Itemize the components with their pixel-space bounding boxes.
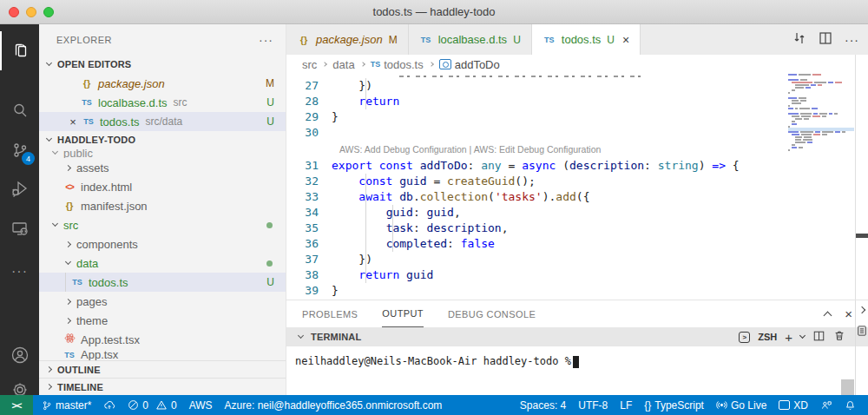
outline-section-header[interactable]: OUTLINE: [39, 360, 286, 378]
tab-package-json[interactable]: {} package.json M: [286, 24, 409, 55]
breadcrumb-file[interactable]: todos.ts: [384, 58, 424, 71]
breadcrumb-src[interactable]: src: [302, 58, 317, 71]
open-editor-package-json[interactable]: {} package.json M: [39, 74, 286, 93]
tree-item-theme[interactable]: theme: [39, 311, 286, 330]
xd-item[interactable]: XD: [773, 395, 813, 415]
tab-todos[interactable]: TS todos.ts U ×: [532, 24, 641, 55]
encoding-item[interactable]: UTF-8: [573, 395, 613, 415]
problems-item[interactable]: 0 0: [122, 395, 181, 415]
open-editor-todos[interactable]: × TS todos.ts src/data U: [39, 112, 286, 131]
more-views-icon[interactable]: ···: [0, 252, 39, 291]
tree-item-app-test-tsx[interactable]: App.test.tsx: [39, 330, 286, 349]
azure-account-item[interactable]: Azure: neil@haddleyoffice365.onmicrosoft…: [220, 395, 448, 415]
code-line[interactable]: 33 await db.collection('tasks').add({: [286, 189, 788, 205]
close-window-button[interactable]: [9, 7, 19, 17]
code-editor[interactable]: 27 })28 return29}30AWS: Add Debug Config…: [286, 74, 868, 300]
eol-item[interactable]: LF: [615, 395, 637, 415]
sync-changes-item[interactable]: [98, 395, 121, 415]
tree-item-public[interactable]: public: [39, 148, 286, 158]
line-number[interactable]: 28: [286, 94, 332, 109]
close-icon[interactable]: ×: [622, 33, 629, 47]
tree-item-assets[interactable]: assets: [39, 158, 286, 177]
code-line[interactable]: 35 task: description,: [286, 221, 788, 236]
git-branch-item[interactable]: master*: [36, 395, 96, 415]
expand-terminal-tabs-icon[interactable]: [858, 306, 865, 313]
terminal-section-title[interactable]: TERMINAL: [311, 332, 361, 342]
tree-item-src[interactable]: src: [39, 215, 286, 234]
terminal[interactable]: neilhaddley@Neils-MacBook-Air haddley-to…: [286, 346, 868, 395]
indentation-item[interactable]: Spaces: 4: [515, 395, 571, 415]
maximize-panel-icon[interactable]: [824, 312, 832, 320]
line-number[interactable]: 32: [286, 174, 332, 189]
remote-indicator[interactable]: ><: [0, 395, 33, 415]
tree-item-components[interactable]: components: [39, 234, 286, 254]
zoom-window-button[interactable]: [43, 7, 54, 17]
chevron-down-icon[interactable]: [298, 333, 304, 339]
tab-localbase[interactable]: TS localbase.d.ts U: [409, 24, 532, 55]
explorer-icon[interactable]: [0, 31, 39, 70]
codelens-aws-debug[interactable]: AWS: Add Debug Configuration | AWS: Edit…: [286, 141, 788, 158]
minimap[interactable]: [788, 74, 854, 152]
open-editors-header[interactable]: OPEN EDITORS: [39, 55, 286, 74]
line-number[interactable]: 27: [286, 78, 332, 94]
timeline-section-header[interactable]: TIMELINE: [39, 378, 286, 395]
code-line[interactable]: 29}: [286, 109, 788, 125]
tree-item-pages[interactable]: pages: [39, 292, 286, 311]
line-number[interactable]: 38: [286, 267, 332, 283]
terminal-dropdown-icon[interactable]: [799, 333, 806, 339]
breadcrumb-data[interactable]: data: [332, 58, 354, 71]
line-number[interactable]: 31: [286, 158, 332, 174]
tab-debug-console[interactable]: DEBUG CONSOLE: [448, 300, 536, 327]
line-number[interactable]: 33: [286, 189, 332, 205]
line-number[interactable]: 36: [286, 236, 332, 252]
language-mode-item[interactable]: {} TypeScript: [639, 395, 709, 415]
code-line[interactable]: 28 return: [286, 94, 788, 109]
close-panel-icon[interactable]: ×: [845, 306, 852, 321]
line-number[interactable]: 35: [286, 221, 332, 236]
aws-item[interactable]: AWS: [184, 395, 218, 415]
line-number[interactable]: 37: [286, 252, 332, 267]
tree-item-index-html[interactable]: <> index.html: [39, 177, 286, 196]
split-editor-icon[interactable]: [819, 31, 832, 48]
more-actions-icon[interactable]: ···: [845, 33, 859, 47]
search-icon[interactable]: [0, 90, 39, 129]
close-icon[interactable]: ×: [66, 115, 80, 128]
split-terminal-icon[interactable]: [812, 330, 825, 345]
project-header[interactable]: HADDLEY-TODO: [39, 131, 286, 148]
notifications-bell-icon[interactable]: [839, 395, 861, 415]
line-number[interactable]: 34: [286, 205, 332, 221]
run-and-debug-icon[interactable]: [0, 168, 39, 208]
line-number[interactable]: 30: [286, 125, 332, 141]
tree-item-manifest-json[interactable]: {} manifest.json: [39, 196, 286, 215]
new-terminal-icon[interactable]: +: [785, 330, 792, 345]
kill-terminal-trash-icon[interactable]: [833, 329, 845, 345]
code-line[interactable]: 30: [286, 125, 788, 141]
terminal-tabs-list-icon[interactable]: [857, 325, 867, 339]
line-number[interactable]: 29: [286, 109, 332, 125]
code-line[interactable]: 36 completed: false: [286, 236, 788, 252]
explorer-more-actions-icon[interactable]: ···: [259, 33, 273, 47]
code-line[interactable]: 34 guid: guid,: [286, 205, 788, 221]
minimize-window-button[interactable]: [26, 7, 36, 17]
go-live-item[interactable]: Go Live: [711, 395, 772, 415]
accounts-icon[interactable]: [0, 335, 39, 374]
tree-item-todos-ts[interactable]: TS todos.ts U: [39, 273, 286, 292]
code-line[interactable]: 31export const addToDo: any = async (des…: [286, 158, 788, 174]
code-line[interactable]: 32 const guid = createGuid();: [286, 174, 788, 189]
open-changes-icon[interactable]: [792, 31, 806, 48]
code-line[interactable]: 27 }): [286, 78, 788, 94]
tab-output[interactable]: OUTPUT: [382, 300, 424, 327]
breadcrumb-symbol[interactable]: addToDo: [455, 58, 500, 71]
open-editor-localbase[interactable]: TS localbase.d.ts src U: [39, 93, 286, 112]
feedback-item[interactable]: [815, 395, 838, 415]
code-line[interactable]: 37 }): [286, 252, 788, 267]
tree-item-data[interactable]: data: [39, 254, 286, 273]
source-control-icon[interactable]: 4: [0, 130, 39, 169]
code-line[interactable]: 39}: [286, 283, 788, 299]
remote-explorer-icon[interactable]: [0, 208, 39, 247]
terminal-scrollbar[interactable]: [841, 379, 854, 395]
tab-problems[interactable]: PROBLEMS: [302, 300, 358, 327]
code-line[interactable]: 38 return guid: [286, 267, 788, 283]
tree-item-app-tsx[interactable]: TS App.tsx: [39, 349, 286, 360]
line-number[interactable]: 39: [286, 283, 332, 299]
